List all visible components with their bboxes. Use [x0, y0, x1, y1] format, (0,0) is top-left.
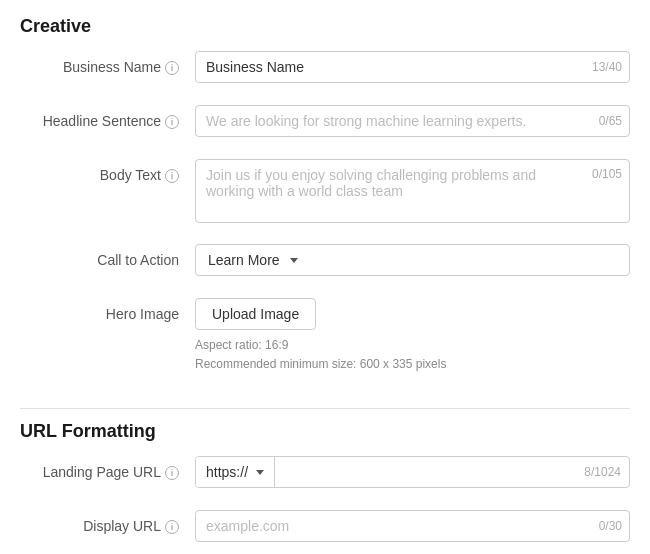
creative-title: Creative — [20, 16, 630, 37]
protocol-chevron-icon — [256, 470, 264, 475]
business-name-input-wrapper: 13/40 — [195, 51, 630, 83]
hero-image-control: Upload Image Aspect ratio: 16:9 Recommen… — [195, 298, 630, 374]
url-formatting-section: URL Formatting Landing Page URL i https:… — [0, 409, 650, 554]
protocol-select[interactable]: https:// — [196, 457, 275, 487]
call-to-action-label: Call to Action — [20, 244, 195, 268]
business-name-control: 13/40 — [195, 51, 630, 83]
headline-sentence-label: Headline Sentence i — [20, 105, 195, 129]
display-url-input-wrapper: 0/30 — [195, 510, 630, 542]
body-text-control: 0/105 — [195, 159, 630, 226]
chevron-down-icon — [290, 258, 298, 263]
creative-section: Creative Business Name i 13/40 Headline … — [0, 0, 650, 408]
image-hints: Aspect ratio: 16:9 Recommended minimum s… — [195, 336, 630, 374]
headline-sentence-info-icon[interactable]: i — [165, 115, 179, 129]
body-text-wrapper: 0/105 — [195, 159, 630, 226]
upload-image-label: Upload Image — [212, 306, 299, 322]
display-url-info-icon[interactable]: i — [165, 520, 179, 534]
landing-page-url-row: Landing Page URL i https:// 8/1024 — [20, 456, 630, 492]
business-name-row: Business Name i 13/40 — [20, 51, 630, 87]
upload-image-button[interactable]: Upload Image — [195, 298, 316, 330]
aspect-ratio-hint: Aspect ratio: 16:9 — [195, 336, 630, 355]
landing-page-url-group: https:// 8/1024 — [195, 456, 630, 488]
landing-page-url-wrapper: 8/1024 — [275, 457, 629, 487]
hero-image-label: Hero Image — [20, 298, 195, 322]
headline-sentence-input-wrapper: 0/65 — [195, 105, 630, 137]
display-url-row: Display URL i 0/30 — [20, 510, 630, 546]
headline-sentence-input[interactable] — [195, 105, 630, 137]
hero-image-row: Hero Image Upload Image Aspect ratio: 16… — [20, 298, 630, 374]
landing-page-url-input[interactable] — [275, 457, 629, 487]
body-text-info-icon[interactable]: i — [165, 169, 179, 183]
call-to-action-dropdown[interactable]: Learn More — [195, 244, 630, 276]
url-formatting-title: URL Formatting — [20, 421, 630, 442]
body-text-label: Body Text i — [20, 159, 195, 183]
recommended-size-hint: Recommended minimum size: 600 x 335 pixe… — [195, 355, 630, 374]
display-url-input[interactable] — [195, 510, 630, 542]
body-text-input[interactable] — [195, 159, 630, 223]
headline-sentence-row: Headline Sentence i 0/65 — [20, 105, 630, 141]
business-name-label: Business Name i — [20, 51, 195, 75]
display-url-label: Display URL i — [20, 510, 195, 534]
call-to-action-value: Learn More — [208, 252, 280, 268]
business-name-input[interactable] — [195, 51, 630, 83]
business-name-info-icon[interactable]: i — [165, 61, 179, 75]
body-text-row: Body Text i 0/105 — [20, 159, 630, 226]
landing-page-url-label: Landing Page URL i — [20, 456, 195, 480]
headline-sentence-control: 0/65 — [195, 105, 630, 137]
call-to-action-control: Learn More — [195, 244, 630, 276]
display-url-control: 0/30 — [195, 510, 630, 542]
landing-page-url-control: https:// 8/1024 — [195, 456, 630, 488]
landing-page-url-info-icon[interactable]: i — [165, 466, 179, 480]
protocol-value: https:// — [206, 464, 248, 480]
call-to-action-row: Call to Action Learn More — [20, 244, 630, 280]
